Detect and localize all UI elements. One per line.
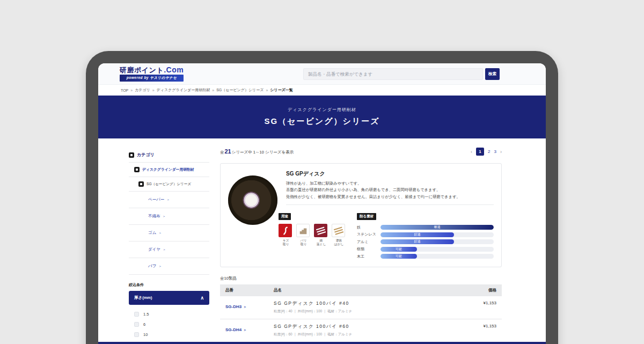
product-name: SG GPディスク 100パイ #60: [274, 324, 453, 330]
breadcrumb-separator: »: [212, 89, 214, 92]
breadcrumb-item-top[interactable]: TOP: [121, 89, 128, 92]
checkbox[interactable]: [134, 322, 139, 327]
product-price: ¥1,153: [453, 301, 502, 305]
breadcrumb-item-sg-series[interactable]: SG（セービング）シリーズ: [216, 87, 264, 93]
sidebar-item-diamond[interactable]: ダイヤ＞: [129, 241, 209, 258]
main-content: 全21シリーズ中 1～10 シリーズを表示 ‹ 1 2 3 › SG GPディス…: [220, 148, 502, 344]
category-icon: [129, 152, 134, 158]
materials-bar-chart: 鉄 最適 ステンレス 好適 アルミ 好適: [357, 224, 494, 260]
pagination: ‹ 1 2 3 ›: [471, 148, 502, 156]
series-title: SG GPディスク: [286, 170, 494, 178]
sidebar-item-buff[interactable]: バフ＞: [129, 258, 209, 275]
device-frame: 研磨ポイント.Com powered by ヤスリのヤナセ 検索 TOP » カ…: [86, 51, 558, 344]
results-count-text: 全21シリーズ中 1～10 シリーズを表示: [220, 148, 294, 155]
usage-deburring: バリ取り: [296, 224, 311, 246]
breadcrumb-item-category[interactable]: カテゴリ: [135, 87, 150, 93]
bar-row-stainless: ステンレス 好適: [357, 231, 494, 239]
table-row[interactable]: SG-DH3＞ SG GPディスク 100パイ #40 粒度(#)：40 ｜ 外…: [220, 296, 502, 319]
paint-stripping-icon: [332, 224, 345, 237]
usage-section: 用途 キズ取り: [279, 210, 346, 260]
category-icon: [138, 181, 144, 187]
pagination-prev-icon[interactable]: ‹: [471, 149, 472, 155]
results-total: 21: [225, 148, 231, 155]
pagination-page-1[interactable]: 1: [476, 148, 484, 156]
chevron-right-icon: ＞: [158, 231, 162, 235]
sidebar: カテゴリ ディスクグラインダー用研削材 SG（セービング）シリーズ ペーパー＞ …: [129, 148, 209, 344]
chevron-up-icon: ∧: [200, 295, 204, 301]
site-logo-title: 研磨ポイント.Com: [120, 66, 184, 74]
chevron-right-icon: ＞: [163, 215, 166, 218]
pagination-next-icon[interactable]: ›: [500, 149, 502, 155]
search-button[interactable]: 検索: [485, 68, 500, 80]
bar-row-wood: 木工 可能: [357, 253, 494, 260]
site-logo-tagline: powered by ヤスリのヤナセ: [120, 75, 184, 82]
product-spec: 粒度(#)：40 ｜ 外径(mm)：100 ｜ 砥材：アルミナ: [274, 309, 453, 314]
chevron-right-icon: ＞: [158, 265, 162, 268]
checkbox[interactable]: [134, 312, 139, 317]
banner-subtitle: ディスクグラインダー用研削材: [98, 107, 546, 113]
sidebar-item-rubber[interactable]: ゴム＞: [129, 225, 209, 241]
checkbox[interactable]: [134, 332, 139, 337]
bar-aluminum: 好適: [380, 239, 454, 244]
bar-resin: 可能: [380, 247, 417, 252]
site-logo[interactable]: 研磨ポイント.Com powered by ヤスリのヤナセ: [120, 66, 184, 82]
product-disc-image: [228, 175, 277, 225]
pagination-page-3[interactable]: 3: [494, 149, 496, 154]
breadcrumb-separator: »: [130, 89, 133, 92]
divider: [286, 204, 494, 205]
series-description: 弾性があり、加工物に馴染みやすいです。 基盤の直径が研磨材の外径より小さい為、角…: [286, 180, 494, 200]
thickness-options: 1.5 6 10 12 13: [129, 309, 209, 344]
bar-row-aluminum: アルミ 好適: [357, 238, 494, 246]
breadcrumb-item-current: シリーズ一覧: [270, 87, 293, 93]
bar-iron: 最適: [380, 225, 494, 230]
sidebar-item-paper[interactable]: ペーパー＞: [129, 192, 209, 208]
product-code-link[interactable]: SG-DH3＞: [225, 304, 247, 309]
search-input[interactable]: [303, 68, 483, 80]
sidebar-item-category-root[interactable]: カテゴリ: [129, 148, 209, 163]
product-name: SG GPディスク 100パイ #40: [274, 301, 453, 307]
deburring-icon: [296, 224, 310, 237]
rust-removal-icon: [314, 224, 327, 237]
category-icon: [134, 167, 140, 172]
site-header: 研磨ポイント.Com powered by ヤスリのヤナセ 検索: [98, 63, 546, 85]
chevron-right-icon: ＞: [166, 198, 170, 201]
breadcrumb-item-disc-grinder[interactable]: ディスクグラインダー用研削材: [157, 87, 210, 93]
bar-row-resin: 樹脂 可能: [357, 246, 494, 253]
page-banner: ディスクグラインダー用研削材 SG（セービング）シリーズ: [98, 96, 546, 138]
usage-badge: 用途: [279, 213, 291, 220]
browser-page: 研磨ポイント.Com powered by ヤスリのヤナセ 検索 TOP » カ…: [98, 63, 546, 344]
series-card: SG GPディスク 弾性があり、加工物に馴染みやすいです。 基盤の直径が研磨材の…: [220, 163, 502, 267]
chevron-right-icon: ＞: [243, 305, 247, 309]
product-price: ¥1,153: [453, 324, 502, 328]
filter-section-title: 絞込条件: [129, 282, 209, 288]
table-header: 品番 品名 価格: [220, 284, 502, 296]
sidebar-item-nonwoven[interactable]: 不織布＞: [129, 208, 209, 225]
scratch-removal-icon: [279, 224, 292, 237]
materials-section: 削る素材 鉄 最適 ステンレス 好適: [357, 210, 494, 260]
desktop-background: 研磨ポイント.Com powered by ヤスリのヤナセ 検索 TOP » カ…: [0, 0, 644, 344]
bar-row-iron: 鉄 最適: [357, 224, 494, 231]
products-table: 品番 品名 価格 SG-DH3＞ SG GPディスク 100パイ #40 粒度(…: [220, 284, 502, 344]
chevron-right-icon: ＞: [163, 248, 166, 251]
breadcrumb: TOP » カテゴリ » ディスクグラインダー用研削材 » SG（セービング）シ…: [121, 85, 293, 96]
sidebar-item-disc-grinder[interactable]: ディスクグラインダー用研削材: [129, 163, 209, 177]
breadcrumb-separator: »: [152, 89, 155, 92]
usage-paint-stripping: 塗装はがし: [332, 224, 346, 246]
bar-stainless: 好適: [380, 232, 454, 237]
thickness-option[interactable]: 10: [129, 330, 209, 340]
product-count-label: 全10製品: [220, 276, 502, 281]
thickness-option[interactable]: 6: [129, 319, 209, 330]
product-spec: 粒度(#)：60 ｜ 外径(mm)：100 ｜ 砥材：アルミナ: [274, 332, 453, 337]
pagination-page-2[interactable]: 2: [488, 149, 490, 154]
chevron-right-icon: ＞: [243, 328, 247, 332]
breadcrumb-separator: »: [266, 89, 268, 92]
thickness-option[interactable]: 1.5: [129, 309, 209, 319]
table-row[interactable]: SG-DH4＞ SG GPディスク 100パイ #60 粒度(#)：60 ｜ 外…: [220, 319, 502, 342]
thickness-accordion[interactable]: 厚さ(mm) ∧: [129, 291, 209, 305]
footer-band: [98, 342, 546, 344]
product-code-link[interactable]: SG-DH4＞: [225, 327, 247, 332]
results-bar: 全21シリーズ中 1～10 シリーズを表示 ‹ 1 2 3 ›: [220, 148, 502, 156]
usage-rust-removal: 錆落とし: [314, 224, 328, 246]
bar-wood: 可能: [380, 254, 417, 259]
sidebar-item-sg-series[interactable]: SG（セービング）シリーズ: [129, 177, 209, 192]
